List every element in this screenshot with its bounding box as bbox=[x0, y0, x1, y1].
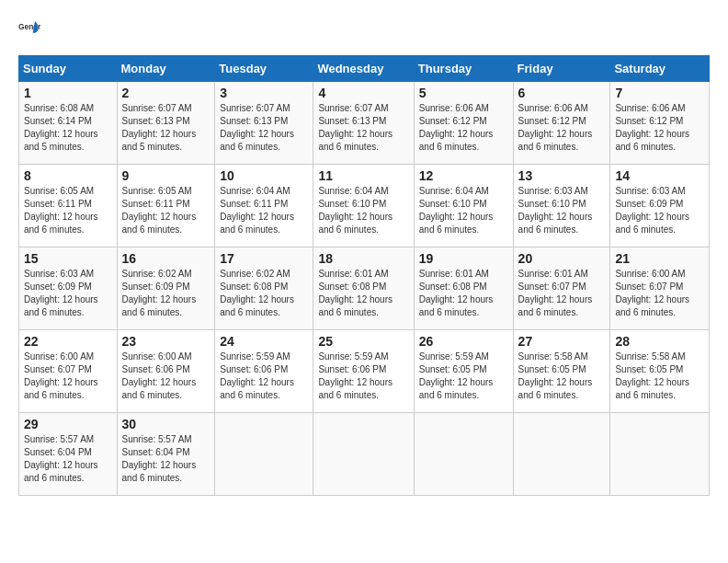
header-tuesday: Tuesday bbox=[215, 56, 313, 82]
calendar-cell: 17Sunrise: 6:02 AMSunset: 6:08 PMDayligh… bbox=[215, 247, 313, 330]
header-saturday: Saturday bbox=[610, 56, 710, 82]
day-info: Sunrise: 6:00 AMSunset: 6:07 PMDaylight:… bbox=[24, 350, 112, 402]
day-info: Sunrise: 6:04 AMSunset: 6:10 PMDaylight:… bbox=[419, 185, 508, 236]
calendar-cell bbox=[313, 413, 414, 496]
calendar-cell: 28Sunrise: 5:58 AMSunset: 6:05 PMDayligh… bbox=[610, 330, 710, 413]
day-number: 7 bbox=[615, 86, 704, 100]
day-number: 10 bbox=[220, 168, 308, 183]
calendar-cell: 26Sunrise: 5:59 AMSunset: 6:05 PMDayligh… bbox=[414, 330, 513, 413]
calendar-cell: 10Sunrise: 6:04 AMSunset: 6:11 PMDayligh… bbox=[215, 165, 313, 247]
day-number: 20 bbox=[518, 251, 606, 266]
calendar-week-row: 29Sunrise: 5:57 AMSunset: 6:04 PMDayligh… bbox=[19, 413, 710, 496]
day-number: 1 bbox=[24, 86, 112, 100]
day-number: 26 bbox=[419, 334, 508, 349]
day-number: 14 bbox=[615, 168, 704, 183]
day-number: 13 bbox=[518, 168, 606, 183]
day-info: Sunrise: 6:03 AMSunset: 6:10 PMDaylight:… bbox=[518, 185, 606, 236]
calendar-cell: 19Sunrise: 6:01 AMSunset: 6:08 PMDayligh… bbox=[414, 247, 513, 330]
calendar-cell: 6Sunrise: 6:06 AMSunset: 6:12 PMDaylight… bbox=[513, 82, 610, 165]
day-number: 30 bbox=[122, 417, 210, 431]
day-info: Sunrise: 6:00 AMSunset: 6:07 PMDaylight:… bbox=[615, 268, 704, 319]
day-info: Sunrise: 6:02 AMSunset: 6:09 PMDaylight:… bbox=[122, 268, 210, 319]
day-info: Sunrise: 6:06 AMSunset: 6:12 PMDaylight:… bbox=[518, 102, 606, 154]
day-info: Sunrise: 6:03 AMSunset: 6:09 PMDaylight:… bbox=[615, 185, 704, 236]
day-number: 5 bbox=[419, 86, 508, 100]
calendar-cell: 9Sunrise: 6:05 AMSunset: 6:11 PMDaylight… bbox=[117, 165, 215, 247]
calendar-week-row: 22Sunrise: 6:00 AMSunset: 6:07 PMDayligh… bbox=[19, 330, 710, 413]
calendar-cell: 2Sunrise: 6:07 AMSunset: 6:13 PMDaylight… bbox=[117, 82, 215, 165]
day-info: Sunrise: 5:59 AMSunset: 6:06 PMDaylight:… bbox=[318, 350, 408, 402]
day-number: 4 bbox=[318, 86, 408, 100]
day-number: 18 bbox=[318, 251, 408, 266]
day-info: Sunrise: 5:58 AMSunset: 6:05 PMDaylight:… bbox=[518, 350, 606, 402]
day-number: 6 bbox=[518, 86, 606, 100]
day-info: Sunrise: 5:59 AMSunset: 6:05 PMDaylight:… bbox=[419, 350, 508, 402]
day-info: Sunrise: 6:06 AMSunset: 6:12 PMDaylight:… bbox=[419, 102, 508, 154]
calendar-cell: 15Sunrise: 6:03 AMSunset: 6:09 PMDayligh… bbox=[19, 247, 118, 330]
calendar-cell: 22Sunrise: 6:00 AMSunset: 6:07 PMDayligh… bbox=[19, 330, 118, 413]
calendar-cell bbox=[513, 413, 610, 496]
calendar-cell: 8Sunrise: 6:05 AMSunset: 6:11 PMDaylight… bbox=[19, 165, 118, 247]
logo: General bbox=[18, 18, 44, 40]
day-number: 19 bbox=[419, 251, 508, 266]
day-info: Sunrise: 6:07 AMSunset: 6:13 PMDaylight:… bbox=[318, 102, 408, 154]
day-number: 22 bbox=[24, 334, 112, 349]
day-number: 29 bbox=[24, 417, 112, 431]
calendar-header-row: SundayMondayTuesdayWednesdayThursdayFrid… bbox=[19, 56, 710, 82]
day-number: 23 bbox=[122, 334, 210, 349]
calendar-week-row: 1Sunrise: 6:08 AMSunset: 6:14 PMDaylight… bbox=[19, 82, 710, 165]
logo-icon: General bbox=[18, 18, 40, 40]
day-number: 11 bbox=[318, 168, 408, 183]
day-info: Sunrise: 6:07 AMSunset: 6:13 PMDaylight:… bbox=[122, 102, 210, 154]
day-info: Sunrise: 6:00 AMSunset: 6:06 PMDaylight:… bbox=[122, 350, 210, 402]
calendar-cell: 12Sunrise: 6:04 AMSunset: 6:10 PMDayligh… bbox=[414, 165, 513, 247]
day-info: Sunrise: 6:05 AMSunset: 6:11 PMDaylight:… bbox=[122, 185, 210, 236]
day-number: 17 bbox=[220, 251, 308, 266]
calendar-cell: 3Sunrise: 6:07 AMSunset: 6:13 PMDaylight… bbox=[215, 82, 313, 165]
day-number: 8 bbox=[24, 168, 112, 183]
day-number: 21 bbox=[615, 251, 704, 266]
header-wednesday: Wednesday bbox=[313, 56, 414, 82]
calendar-cell: 5Sunrise: 6:06 AMSunset: 6:12 PMDaylight… bbox=[414, 82, 513, 165]
day-number: 12 bbox=[419, 168, 508, 183]
day-number: 3 bbox=[220, 86, 308, 100]
header-monday: Monday bbox=[117, 56, 215, 82]
day-number: 25 bbox=[318, 334, 408, 349]
day-number: 24 bbox=[220, 334, 308, 349]
day-number: 9 bbox=[122, 168, 210, 183]
calendar-cell: 13Sunrise: 6:03 AMSunset: 6:10 PMDayligh… bbox=[513, 165, 610, 247]
calendar-cell: 18Sunrise: 6:01 AMSunset: 6:08 PMDayligh… bbox=[313, 247, 414, 330]
day-number: 28 bbox=[615, 334, 704, 349]
calendar-cell: 1Sunrise: 6:08 AMSunset: 6:14 PMDaylight… bbox=[19, 82, 118, 165]
calendar-week-row: 8Sunrise: 6:05 AMSunset: 6:11 PMDaylight… bbox=[19, 165, 710, 247]
calendar-cell: 29Sunrise: 5:57 AMSunset: 6:04 PMDayligh… bbox=[19, 413, 118, 496]
calendar-cell: 4Sunrise: 6:07 AMSunset: 6:13 PMDaylight… bbox=[313, 82, 414, 165]
calendar-cell: 16Sunrise: 6:02 AMSunset: 6:09 PMDayligh… bbox=[117, 247, 215, 330]
day-info: Sunrise: 6:08 AMSunset: 6:14 PMDaylight:… bbox=[24, 102, 112, 154]
calendar-cell: 25Sunrise: 5:59 AMSunset: 6:06 PMDayligh… bbox=[313, 330, 414, 413]
calendar-cell: 23Sunrise: 6:00 AMSunset: 6:06 PMDayligh… bbox=[117, 330, 215, 413]
calendar-week-row: 15Sunrise: 6:03 AMSunset: 6:09 PMDayligh… bbox=[19, 247, 710, 330]
day-info: Sunrise: 6:06 AMSunset: 6:12 PMDaylight:… bbox=[615, 102, 704, 154]
day-info: Sunrise: 6:01 AMSunset: 6:08 PMDaylight:… bbox=[419, 268, 508, 319]
calendar-cell bbox=[414, 413, 513, 496]
day-number: 2 bbox=[122, 86, 210, 100]
header-thursday: Thursday bbox=[414, 56, 513, 82]
calendar-cell: 11Sunrise: 6:04 AMSunset: 6:10 PMDayligh… bbox=[313, 165, 414, 247]
day-info: Sunrise: 6:04 AMSunset: 6:11 PMDaylight:… bbox=[220, 185, 308, 236]
day-info: Sunrise: 5:57 AMSunset: 6:04 PMDaylight:… bbox=[24, 433, 112, 485]
calendar-cell bbox=[610, 413, 710, 496]
day-number: 16 bbox=[122, 251, 210, 266]
page-header: General bbox=[18, 18, 710, 40]
calendar-table: SundayMondayTuesdayWednesdayThursdayFrid… bbox=[18, 55, 710, 496]
header-friday: Friday bbox=[513, 56, 610, 82]
calendar-cell: 24Sunrise: 5:59 AMSunset: 6:06 PMDayligh… bbox=[215, 330, 313, 413]
day-info: Sunrise: 6:01 AMSunset: 6:07 PMDaylight:… bbox=[518, 268, 606, 319]
day-info: Sunrise: 6:04 AMSunset: 6:10 PMDaylight:… bbox=[318, 185, 408, 236]
day-number: 15 bbox=[24, 251, 112, 266]
day-info: Sunrise: 5:59 AMSunset: 6:06 PMDaylight:… bbox=[220, 350, 308, 402]
calendar-cell: 21Sunrise: 6:00 AMSunset: 6:07 PMDayligh… bbox=[610, 247, 710, 330]
day-info: Sunrise: 5:58 AMSunset: 6:05 PMDaylight:… bbox=[615, 350, 704, 402]
calendar-cell: 20Sunrise: 6:01 AMSunset: 6:07 PMDayligh… bbox=[513, 247, 610, 330]
day-info: Sunrise: 6:05 AMSunset: 6:11 PMDaylight:… bbox=[24, 185, 112, 236]
